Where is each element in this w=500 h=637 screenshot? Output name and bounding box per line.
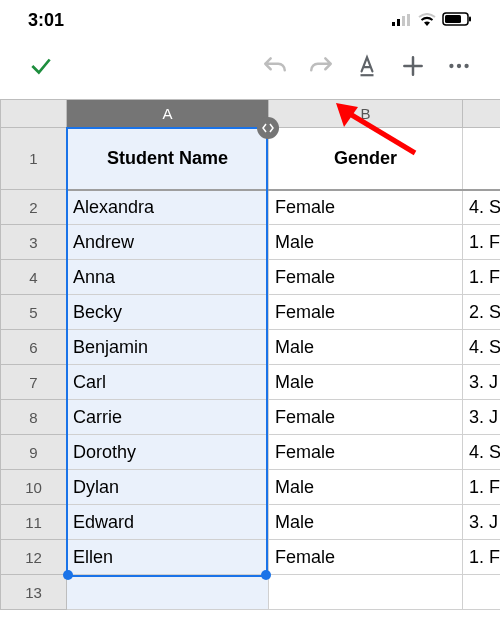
svg-rect-2 xyxy=(402,16,405,26)
status-icons xyxy=(392,10,472,31)
column-header-a[interactable]: A xyxy=(67,100,269,128)
cell[interactable]: 1. F xyxy=(463,225,501,260)
cell[interactable]: Student Name xyxy=(67,128,269,190)
status-bar: 3:01 xyxy=(0,0,500,39)
cell[interactable]: Gender xyxy=(269,128,463,190)
cell[interactable]: 4. S xyxy=(463,435,501,470)
cell[interactable]: Female xyxy=(269,540,463,575)
cell[interactable]: Dorothy xyxy=(67,435,269,470)
format-button[interactable] xyxy=(344,53,390,79)
cell[interactable]: Female xyxy=(269,435,463,470)
cell[interactable]: Female xyxy=(269,400,463,435)
cell[interactable]: Male xyxy=(269,225,463,260)
column-header-c[interactable] xyxy=(463,100,501,128)
cell[interactable] xyxy=(463,128,501,190)
cell[interactable]: 1. F xyxy=(463,470,501,505)
row-header[interactable]: 9 xyxy=(1,435,67,470)
undo-button[interactable] xyxy=(252,53,298,79)
confirm-button[interactable] xyxy=(18,53,64,79)
cell[interactable]: Alexandra xyxy=(67,190,269,225)
cell[interactable]: Edward xyxy=(67,505,269,540)
cell[interactable]: 4. S xyxy=(463,330,501,365)
cell[interactable]: Female xyxy=(269,190,463,225)
spreadsheet[interactable]: A B 1 Student Name Gender 2AlexandraFema… xyxy=(0,99,500,610)
more-button[interactable] xyxy=(436,53,482,79)
row-header[interactable]: 6 xyxy=(1,330,67,365)
cell[interactable]: Male xyxy=(269,505,463,540)
column-resize-handle[interactable] xyxy=(257,117,279,139)
row-header[interactable]: 10 xyxy=(1,470,67,505)
row-header[interactable]: 4 xyxy=(1,260,67,295)
signal-icon xyxy=(392,10,412,31)
cell[interactable]: Female xyxy=(269,260,463,295)
row-header[interactable]: 7 xyxy=(1,365,67,400)
cell[interactable]: 4. S xyxy=(463,190,501,225)
row-header[interactable]: 8 xyxy=(1,400,67,435)
cell[interactable]: 3. J xyxy=(463,365,501,400)
cell[interactable]: Carrie xyxy=(67,400,269,435)
status-time: 3:01 xyxy=(28,10,64,31)
row-header[interactable]: 5 xyxy=(1,295,67,330)
svg-rect-0 xyxy=(392,22,395,26)
cell[interactable]: Anna xyxy=(67,260,269,295)
battery-icon xyxy=(442,10,472,31)
redo-button[interactable] xyxy=(298,53,344,79)
cell[interactable]: 1. F xyxy=(463,260,501,295)
cell[interactable] xyxy=(463,575,501,610)
row-header[interactable]: 3 xyxy=(1,225,67,260)
cell[interactable]: Male xyxy=(269,330,463,365)
row-header[interactable]: 12 xyxy=(1,540,67,575)
svg-rect-5 xyxy=(445,15,461,23)
cell[interactable]: Ellen xyxy=(67,540,269,575)
cell[interactable] xyxy=(67,575,269,610)
cell[interactable]: Dylan xyxy=(67,470,269,505)
row-header[interactable]: 2 xyxy=(1,190,67,225)
cell[interactable]: Becky xyxy=(67,295,269,330)
svg-point-10 xyxy=(464,64,468,68)
cell[interactable]: 3. J xyxy=(463,400,501,435)
svg-rect-3 xyxy=(407,14,410,26)
cell[interactable]: Male xyxy=(269,470,463,505)
cell[interactable]: 2. S xyxy=(463,295,501,330)
cell[interactable]: Benjamin xyxy=(67,330,269,365)
svg-point-8 xyxy=(449,64,453,68)
svg-point-9 xyxy=(457,64,461,68)
cell[interactable]: Male xyxy=(269,365,463,400)
row-header[interactable]: 13 xyxy=(1,575,67,610)
cell[interactable]: Andrew xyxy=(67,225,269,260)
svg-rect-6 xyxy=(469,17,471,22)
cell[interactable]: Female xyxy=(269,295,463,330)
cell[interactable]: Carl xyxy=(67,365,269,400)
row-header[interactable]: 1 xyxy=(1,128,67,190)
row-header[interactable]: 11 xyxy=(1,505,67,540)
cell[interactable] xyxy=(269,575,463,610)
toolbar xyxy=(0,39,500,99)
cell[interactable]: 1. F xyxy=(463,540,501,575)
svg-rect-1 xyxy=(397,19,400,26)
add-button[interactable] xyxy=(390,53,436,79)
cell[interactable]: 3. J xyxy=(463,505,501,540)
wifi-icon xyxy=(418,10,436,31)
column-header-b[interactable]: B xyxy=(269,100,463,128)
select-all-corner[interactable] xyxy=(1,100,67,128)
